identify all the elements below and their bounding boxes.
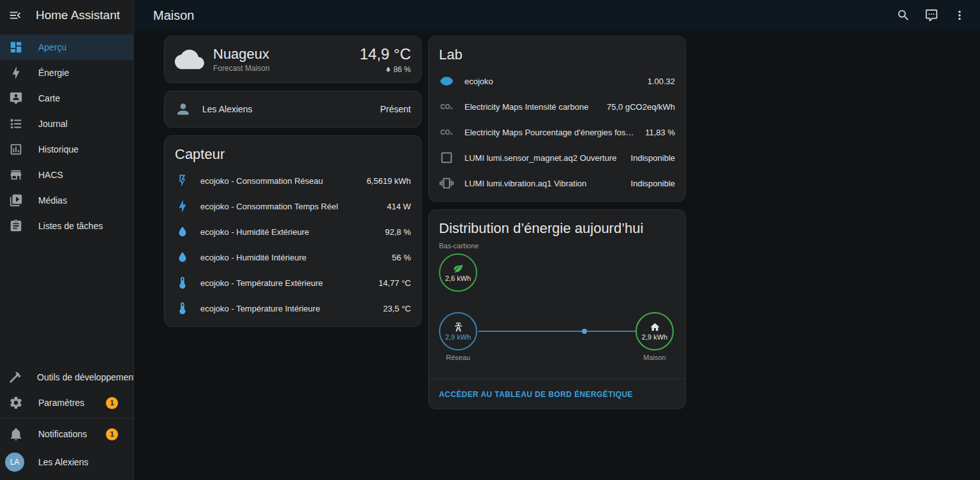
hammer-icon (8, 370, 22, 384)
person-card[interactable]: Les Alexiens Présent (164, 91, 422, 128)
sidebar-item-apercu[interactable]: Aperçu (0, 34, 133, 60)
entity-value: 414 W (387, 202, 411, 211)
tooltip-account-icon (8, 91, 24, 105)
search-icon[interactable] (889, 1, 917, 29)
notifications-badge: 1 (106, 428, 118, 440)
lightning-bolt-icon (175, 199, 190, 213)
water-drop-icon (385, 66, 392, 73)
card-title: Distribution d’énergie aujourd’hui (429, 219, 685, 237)
dashboard-content: Nuageux Forecast Maison 14,9 °C 86 % (134, 31, 980, 480)
sidebar-item-dev-tools[interactable]: Outils de développement (0, 364, 133, 390)
cloud-icon (175, 45, 204, 74)
entity-name: ecojoko - Humidité Extérieure (200, 227, 378, 237)
grid-label: Réseau (439, 354, 477, 361)
sidebar-item-medias[interactable]: Médias (0, 188, 133, 213)
bell-icon (8, 427, 24, 441)
profile-name: Les Alexiens (38, 457, 89, 467)
low-carbon-value: 2,6 kWh (445, 274, 471, 282)
flash-outline-icon (175, 174, 190, 188)
vibrate-icon (439, 176, 454, 190)
right-column: Lab ecojoko 1.00.32 CO₂ Electricity Maps… (428, 36, 686, 409)
transmission-tower-icon (453, 322, 464, 333)
entity-row[interactable]: ecojoko - Température Intérieure 23,5 °C (175, 296, 411, 321)
sidebar-item-hacs[interactable]: HACS (0, 162, 133, 188)
entity-row[interactable]: ecojoko - Humidité Intérieure 56 % (175, 244, 411, 270)
sidebar-item-notifications[interactable]: Notifications 1 (0, 421, 133, 447)
grid-value: 2,9 kWh (445, 333, 471, 341)
entity-value: 6,5619 kWh (367, 176, 411, 186)
capteur-card: Capteur ecojoko - Consommation Réseau 6,… (164, 135, 422, 327)
energy-card-footer: ACCÉDER AU TABLEAU DE BORD ÉNERGÉTIQUE (429, 379, 685, 409)
weather-humidity: 86 % (360, 65, 411, 74)
cog-icon (8, 396, 24, 410)
menu-open-icon[interactable] (8, 8, 22, 22)
co2-icon: CO₂ (439, 129, 454, 136)
top-bar: Maison (134, 0, 980, 31)
low-carbon-label: Bas-carbone (439, 242, 479, 250)
play-box-multiple-icon (8, 193, 24, 207)
left-column: Nuageux Forecast Maison 14,9 °C 86 % (164, 36, 422, 327)
sidebar-item-label: Carte (38, 93, 60, 103)
water-drop-icon (175, 225, 190, 239)
co2-icon: CO₂ (439, 103, 454, 110)
entity-value: 1.00.32 (648, 77, 675, 86)
entity-row[interactable]: ecojoko - Humidité Extérieure 92,8 % (175, 219, 411, 244)
sidebar-item-settings[interactable]: Paramètres 1 (0, 390, 133, 416)
entity-name: Electricity Maps Intensité carbone (464, 102, 599, 112)
leaf-icon (453, 263, 464, 274)
weather-main: Nuageux Forecast Maison (213, 46, 270, 73)
entity-name: ecojoko (464, 77, 640, 86)
avatar: LA (5, 453, 24, 472)
eye-icon (439, 74, 454, 88)
low-carbon-node: 2,6 kWh (439, 253, 477, 292)
sidebar-item-label: Notifications (38, 429, 87, 439)
sidebar-profile[interactable]: LA Les Alexiens (0, 447, 133, 477)
entity-row[interactable]: CO₂ Electricity Maps Pourcentage d'énerg… (439, 119, 675, 145)
entity-name: ecojoko - Consommation Réseau (200, 176, 359, 186)
entity-name: LUMI lumi.vibration.aq1 Vibration (464, 179, 623, 188)
sidebar-item-energie[interactable]: Énergie (0, 60, 133, 86)
card-title: Lab (439, 47, 675, 63)
format-list-bulleted-icon (8, 117, 24, 131)
view-dashboard-icon (8, 40, 24, 54)
sidebar-item-journal[interactable]: Journal (0, 111, 133, 137)
page-title: Maison (153, 8, 194, 23)
entity-value: 14,77 °C (378, 278, 411, 288)
entity-row[interactable]: ecojoko - Consommation Réseau 6,5619 kWh (175, 168, 411, 193)
sidebar-divider (0, 418, 133, 419)
sidebar-item-label: Médias (38, 195, 67, 206)
sidebar-item-carte[interactable]: Carte (0, 86, 133, 111)
entity-value: 56 % (392, 253, 411, 262)
app-title: Home Assistant (36, 8, 120, 22)
entity-row[interactable]: LUMI lumi.vibration.aq1 Vibration Indisp… (439, 170, 675, 196)
entity-row[interactable]: ecojoko - Température Extérieure 14,77 °… (175, 270, 411, 296)
lightning-bolt-icon (8, 66, 24, 80)
energy-dashboard-link[interactable]: ACCÉDER AU TABLEAU DE BORD ÉNERGÉTIQUE (439, 390, 633, 399)
sidebar-nav: Aperçu Énergie Carte Journal Historique … (0, 31, 133, 239)
weather-card[interactable]: Nuageux Forecast Maison 14,9 °C 86 % (164, 36, 422, 83)
account-icon (175, 101, 191, 117)
entity-name: ecojoko - Température Extérieure (200, 278, 371, 288)
sidebar-item-listes-de-taches[interactable]: Listes de tâches (0, 213, 133, 239)
sidebar-header: Home Assistant (0, 0, 133, 31)
person-name: Les Alexiens (202, 104, 253, 114)
energy-flow-diagram: Bas-carbone 2,6 kWh 2,9 kWh (439, 242, 675, 372)
assist-chat-icon[interactable] (917, 1, 946, 29)
weather-temperature: 14,9 °C (360, 45, 411, 63)
sidebar: Home Assistant Aperçu Énergie Carte Jour… (0, 0, 134, 480)
sidebar-item-label: HACS (38, 170, 63, 180)
home-assistant-app: Home Assistant Aperçu Énergie Carte Jour… (0, 0, 980, 480)
entity-row[interactable]: LUMI lumi.sensor_magnet.aq2 Ouverture In… (439, 145, 675, 170)
entity-row[interactable]: ecojoko - Consommation Temps Réel 414 W (175, 193, 411, 219)
home-label: Maison (635, 354, 674, 361)
clipboard-list-icon (8, 219, 24, 233)
menu-dots-icon[interactable] (946, 1, 974, 29)
grid-node: 2,9 kWh (439, 312, 477, 350)
settings-badge: 1 (106, 397, 118, 409)
entity-row[interactable]: CO₂ Electricity Maps Intensité carbone 7… (439, 94, 675, 119)
topbar-actions (889, 1, 974, 29)
entity-value: Indisponible (631, 153, 675, 163)
entity-row[interactable]: ecojoko 1.00.32 (439, 68, 675, 94)
sidebar-item-historique[interactable]: Historique (0, 137, 133, 162)
energy-distribution-card: Distribution d’énergie aujourd’hui Bas-c… (428, 209, 686, 409)
